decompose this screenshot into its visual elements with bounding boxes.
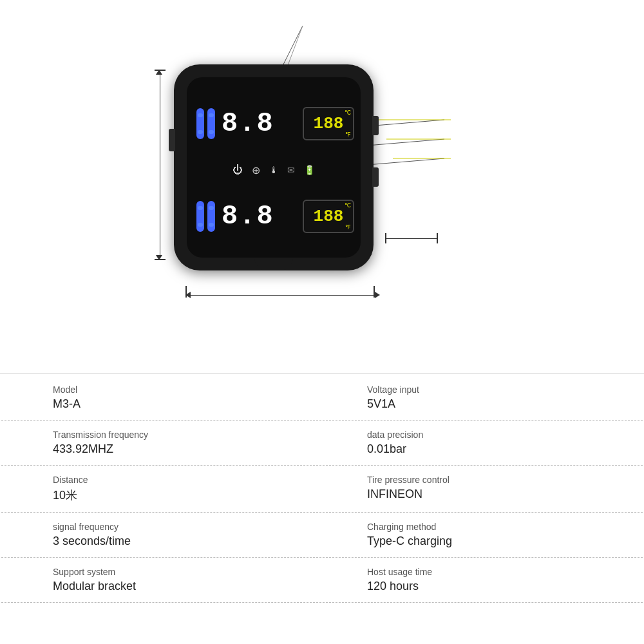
- spec-value-left: 433.92MHZ: [53, 442, 309, 456]
- dim-line-vertical: [160, 71, 160, 258]
- dim-depth-line: [386, 238, 438, 239]
- temp-digits-bottom: 188: [314, 207, 344, 226]
- battery-icon: 🔋: [304, 165, 315, 175]
- device-outer-shell: 8.8 188 ℃ ℉ ⏻ ⊕ 🌡 ✉ 🔋: [174, 64, 374, 270]
- spec-label-left: Distance: [53, 475, 309, 485]
- spec-value-left: 3 seconds/time: [53, 535, 309, 548]
- thermometer-icon: 🌡: [269, 165, 278, 175]
- specs-table: Model M3-A Voltage input 5V1A Transmissi…: [0, 374, 644, 604]
- temp-unit-f-top: ℉: [345, 131, 351, 138]
- dim-arrow-left: [185, 292, 191, 298]
- dim-arrow-right: [375, 292, 380, 298]
- spec-row: Distance 10米 Tire pressure control INFIN…: [1, 466, 643, 513]
- dim-arrow-top: [156, 70, 162, 75]
- pressure-digits-top: 8.8: [222, 110, 299, 137]
- spec-label-left: Transmission frequency: [53, 430, 309, 440]
- left-button: [169, 129, 175, 151]
- tire-icon-front: [193, 107, 218, 140]
- dim-line-horiz: [187, 295, 377, 296]
- spec-cell-right: Charging method Type-C charging: [328, 513, 643, 557]
- tire-icon-rear: [193, 200, 218, 233]
- spec-label-right: Charging method: [367, 522, 623, 532]
- screen-middle-icons: ⏻ ⊕ 🌡 ✉ 🔋: [193, 158, 354, 182]
- spec-cell-left: Transmission frequency 433.92MHZ: [1, 421, 328, 465]
- spec-cell-right: data precision 0.01bar: [328, 421, 643, 465]
- pressure-digits-bottom: 8.8: [222, 203, 299, 230]
- spec-cell-left: Support system Modular bracket: [1, 558, 328, 602]
- tire-symbol-icon: ⊕: [252, 164, 260, 176]
- diagram-section: 8.8 188 ℃ ℉ ⏻ ⊕ 🌡 ✉ 🔋: [0, 0, 644, 374]
- tire-bar-left-rear: [196, 201, 204, 232]
- spec-value-left: M3-A: [53, 397, 309, 411]
- temp-display-bottom: 188 ℃ ℉: [303, 200, 354, 233]
- spec-label-left: signal frequency: [53, 522, 309, 532]
- right-button-bottom: [372, 167, 379, 187]
- temp-digits-top: 188: [314, 114, 344, 133]
- spec-row: Transmission frequency 433.92MHZ data pr…: [1, 421, 643, 466]
- spec-label-right: Host usage time: [367, 567, 623, 577]
- specs-section: Model M3-A Voltage input 5V1A Transmissi…: [0, 374, 644, 644]
- spec-label-left: Support system: [53, 567, 309, 577]
- dim-arrow-bottom: [156, 255, 162, 260]
- signal-icon: ✉: [287, 165, 295, 175]
- spec-label-left: Model: [53, 384, 309, 395]
- spec-value-right: 5V1A: [367, 397, 623, 411]
- spec-label-right: Voltage input: [367, 384, 623, 395]
- spec-cell-left: Model M3-A: [1, 375, 328, 420]
- spec-value-left: 10米: [53, 488, 309, 503]
- temp-unit-f-bottom: ℉: [345, 224, 351, 231]
- screen-row-bottom: 8.8 188 ℃ ℉: [193, 182, 354, 251]
- spec-cell-right: Tire pressure control INFINEON: [328, 466, 643, 512]
- svg-line-0: [283, 26, 303, 64]
- spec-value-right: Type-C charging: [367, 535, 623, 548]
- spec-row: Model M3-A Voltage input 5V1A: [1, 375, 643, 421]
- device-diagram: 8.8 188 ℃ ℉ ⏻ ⊕ 🌡 ✉ 🔋: [174, 64, 374, 283]
- device-screen: 8.8 188 ℃ ℉ ⏻ ⊕ 🌡 ✉ 🔋: [187, 77, 361, 258]
- right-button-top: [372, 116, 379, 135]
- spec-label-right: Tire pressure control: [367, 475, 623, 485]
- tire-bar-right-rear: [207, 201, 215, 232]
- spec-row: signal frequency 3 seconds/time Charging…: [1, 513, 643, 558]
- spec-cell-right: Host usage time 120 hours: [328, 558, 643, 602]
- temp-unit-c-bottom: ℃: [345, 202, 351, 209]
- temp-unit-c-top: ℃: [345, 109, 351, 116]
- tire-bar-left: [196, 108, 204, 139]
- screen-row-top: 8.8 188 ℃ ℉: [193, 89, 354, 158]
- spec-label-right: data precision: [367, 430, 623, 440]
- spec-value-right: INFINEON: [367, 488, 623, 501]
- bottom-connector: [254, 256, 293, 270]
- svg-line-4: [367, 158, 444, 165]
- temp-display-top: 188 ℃ ℉: [303, 107, 354, 140]
- spec-cell-left: signal frequency 3 seconds/time: [1, 513, 328, 557]
- spec-cell-left: Distance 10米: [1, 466, 328, 512]
- spec-value-left: Modular bracket: [53, 580, 309, 593]
- power-icon: ⏻: [232, 164, 243, 176]
- spec-cell-right: Voltage input 5V1A: [328, 375, 643, 420]
- spec-value-right: 0.01bar: [367, 442, 623, 456]
- svg-line-3: [367, 139, 444, 146]
- svg-line-2: [367, 120, 444, 126]
- spec-value-right: 120 hours: [367, 580, 623, 593]
- spec-row: Support system Modular bracket Host usag…: [1, 558, 643, 603]
- tire-bar-right: [207, 108, 215, 139]
